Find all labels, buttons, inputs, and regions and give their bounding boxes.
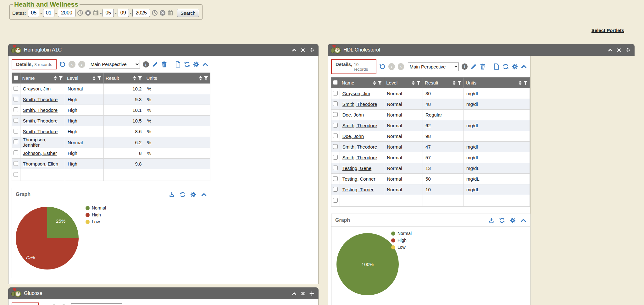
settings-gear-icon[interactable] xyxy=(193,61,199,68)
refresh-icon[interactable] xyxy=(499,217,505,223)
row-checkbox[interactable] xyxy=(333,155,338,160)
row-checkbox[interactable] xyxy=(333,101,338,106)
table-row[interactable]: Thompson, EllenHigh9.8 xyxy=(12,159,210,169)
undo-icon[interactable] xyxy=(59,61,66,68)
select-portlets-link[interactable]: Select Portlets xyxy=(591,28,624,33)
filter-funnel-icon[interactable] xyxy=(97,76,102,80)
info-icon[interactable]: i xyxy=(462,63,468,70)
from-day-input[interactable] xyxy=(43,9,54,17)
download-icon[interactable] xyxy=(488,217,494,223)
collapse-portlet-icon[interactable] xyxy=(292,291,297,296)
close-portlet-icon[interactable] xyxy=(301,48,305,52)
sort-icon[interactable] xyxy=(133,76,136,80)
row-checkbox[interactable] xyxy=(333,133,338,138)
patient-name-link[interactable]: Doe, John xyxy=(342,133,364,139)
patient-name-link[interactable]: Testing, Turner xyxy=(342,187,374,192)
row-checkbox[interactable] xyxy=(14,129,18,133)
table-row[interactable]: Testing, ConnerNormal50mg/dL xyxy=(331,174,530,184)
select-all-checkbox[interactable] xyxy=(14,75,18,80)
row-checkbox[interactable] xyxy=(333,176,338,181)
patient-name-link[interactable]: Smith, Theodore xyxy=(23,118,58,123)
edit-icon[interactable] xyxy=(470,63,477,70)
sort-icon[interactable] xyxy=(519,81,522,85)
collapse-section-icon[interactable] xyxy=(202,61,208,68)
column-header-result[interactable]: Result xyxy=(425,80,438,85)
sort-icon[interactable] xyxy=(199,76,202,80)
perspective-select[interactable]: Main Perspective xyxy=(71,303,122,305)
table-row[interactable]: Testing, GeneNormal13mg/dL xyxy=(331,163,530,174)
delete-icon[interactable] xyxy=(480,63,486,70)
move-portlet-icon[interactable] xyxy=(309,48,314,52)
table-row[interactable]: Grayson, JimNormal30mg/dl xyxy=(331,88,530,99)
portlet-header[interactable]: HDL Cholesterol xyxy=(328,44,635,56)
to-calendar-icon[interactable] xyxy=(167,10,174,16)
patient-name-link[interactable]: Doe, John xyxy=(342,112,364,117)
refresh-icon[interactable] xyxy=(180,192,186,198)
patient-name-link[interactable]: Grayson, Jim xyxy=(342,91,370,96)
table-row[interactable]: Grayson, JimNormal10.2% xyxy=(12,84,210,94)
row-checkbox[interactable] xyxy=(333,91,338,95)
sort-icon[interactable] xyxy=(92,76,96,80)
new-record-row[interactable] xyxy=(12,169,210,181)
patient-name-link[interactable]: Smith, Theodore xyxy=(342,155,377,160)
row-checkbox[interactable] xyxy=(14,150,18,155)
sort-icon[interactable] xyxy=(452,81,456,85)
row-checkbox[interactable] xyxy=(333,187,338,192)
patient-name-link[interactable]: Testing, Gene xyxy=(342,166,372,171)
table-row[interactable]: Doe, JohnNormalRegular xyxy=(331,110,530,120)
table-row[interactable]: Smith, TheodoreHigh10.1% xyxy=(12,105,210,116)
table-row[interactable]: Doe, JohnNormal98 xyxy=(331,131,530,142)
patient-name-link[interactable]: Smith, Theodore xyxy=(23,107,58,113)
sort-icon[interactable] xyxy=(373,81,376,85)
prev-page-icon[interactable]: ‹ xyxy=(69,61,75,68)
edit-icon[interactable] xyxy=(152,61,158,68)
column-header-units[interactable]: Units xyxy=(146,75,157,81)
collapse-portlet-icon[interactable] xyxy=(608,48,613,52)
from-month-input[interactable] xyxy=(28,9,39,17)
next-page-icon[interactable]: › xyxy=(398,63,404,70)
prev-page-icon[interactable]: ‹ xyxy=(388,63,395,70)
row-checkbox[interactable] xyxy=(14,161,18,166)
refresh-icon[interactable] xyxy=(184,61,190,68)
table-row[interactable]: Johnson, EstherHigh8% xyxy=(12,148,210,159)
new-record-icon[interactable] xyxy=(493,63,500,70)
new-record-icon[interactable] xyxy=(175,61,181,68)
perspective-select[interactable]: Main Perspective xyxy=(89,60,140,68)
patient-name-link[interactable]: Grayson, Jim xyxy=(23,86,51,91)
patient-name-link[interactable]: Smith, Theodore xyxy=(342,101,377,107)
filter-funnel-icon[interactable] xyxy=(457,81,462,85)
patient-name-link[interactable]: Testing, Conner xyxy=(342,176,375,182)
from-clear-icon[interactable] xyxy=(85,10,91,16)
filter-funnel-icon[interactable] xyxy=(138,76,142,80)
delete-icon[interactable] xyxy=(161,61,167,68)
patient-name-link[interactable]: Smith, Theodore xyxy=(23,97,58,102)
patient-name-link[interactable]: Smith, Theodore xyxy=(342,123,377,128)
patient-name-link[interactable]: Johnson, Esther xyxy=(23,150,57,156)
patient-name-link[interactable]: Smith, Theodore xyxy=(23,129,58,134)
move-portlet-icon[interactable] xyxy=(309,291,314,296)
column-header-result[interactable]: Result xyxy=(106,75,119,81)
row-checkbox[interactable] xyxy=(14,139,18,144)
from-time-icon[interactable] xyxy=(77,10,83,16)
new-record-row[interactable] xyxy=(331,195,530,207)
to-month-input[interactable] xyxy=(103,9,114,17)
search-button[interactable]: Search xyxy=(177,9,199,17)
collapse-portlet-icon[interactable] xyxy=(292,48,297,52)
table-row[interactable]: Thompson, JenniferNormal6.2% xyxy=(12,137,210,148)
row-checkbox[interactable] xyxy=(14,172,18,177)
close-portlet-icon[interactable] xyxy=(301,291,305,296)
patient-name-link[interactable]: Thompson, Ellen xyxy=(23,161,58,166)
collapse-section-icon[interactable] xyxy=(201,192,207,198)
filter-funnel-icon[interactable] xyxy=(58,76,63,80)
row-checkbox[interactable] xyxy=(333,123,338,128)
to-day-input[interactable] xyxy=(118,9,129,17)
settings-gear-icon[interactable] xyxy=(190,192,196,198)
move-portlet-icon[interactable] xyxy=(625,48,630,52)
download-icon[interactable] xyxy=(169,192,175,198)
filter-funnel-icon[interactable] xyxy=(523,81,528,85)
settings-gear-icon[interactable] xyxy=(510,217,516,223)
collapse-section-icon[interactable] xyxy=(521,63,527,70)
column-header-level[interactable]: Level xyxy=(67,75,78,81)
column-header-units[interactable]: Units xyxy=(466,80,476,85)
table-row[interactable]: Smith, TheodoreNormal47mg/dl xyxy=(331,142,530,152)
